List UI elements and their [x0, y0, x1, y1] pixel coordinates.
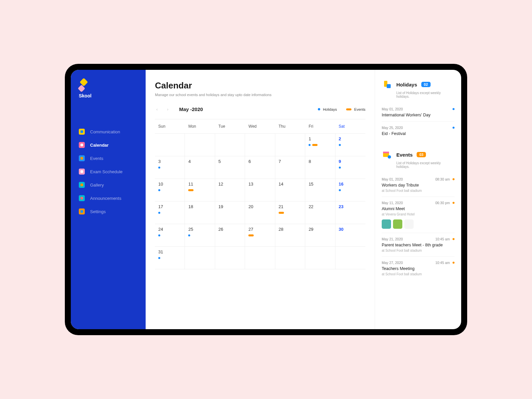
day-markers — [188, 234, 211, 236]
day-number: 16 — [339, 182, 362, 187]
calendar-cell[interactable]: 10 — [155, 179, 185, 201]
calendar-cell[interactable]: 11 — [185, 179, 215, 201]
holiday-marker-icon — [158, 167, 160, 169]
calendar-header: ‹ › May -2020 Holidays Events — [155, 106, 365, 112]
calendar-cell — [245, 134, 275, 156]
dow-header: Sat — [335, 119, 365, 134]
holidays-subtitle: List of Holidays except weekly holidays. — [396, 91, 455, 98]
calendar-cell — [185, 134, 215, 156]
holiday-dot-icon — [453, 127, 455, 129]
calendar-cell[interactable]: 19 — [215, 201, 245, 224]
day-number: 8 — [309, 159, 332, 164]
day-number: 31 — [158, 249, 181, 254]
calendar-cell[interactable]: 26 — [215, 224, 245, 247]
holiday-item[interactable]: May 25, 2020Eid - Festival — [382, 122, 455, 140]
calendar-cell[interactable]: 2 — [335, 134, 365, 156]
svg-rect-3 — [383, 152, 389, 153]
sidebar-item-exam-scchedule[interactable]: Exam Scchedule — [71, 165, 146, 178]
event-date: May 21, 2020 — [382, 237, 403, 241]
dow-header: Fri — [305, 119, 335, 134]
dow-header: Mon — [185, 119, 215, 134]
calendar-cell[interactable]: 20 — [245, 201, 275, 224]
calendar-cell[interactable]: 12 — [215, 179, 245, 201]
calendar-cell[interactable]: 5 — [215, 156, 245, 179]
calendar-cell[interactable]: 17 — [155, 201, 185, 224]
day-number: 15 — [309, 182, 332, 187]
calendar-cell[interactable]: 15 — [305, 179, 335, 201]
calendar-cell[interactable]: 4 — [185, 156, 215, 179]
event-thumbs — [382, 219, 455, 229]
calendar-cell[interactable]: 23 — [335, 201, 365, 224]
calendar-cell[interactable]: 14 — [275, 179, 305, 201]
day-markers — [339, 167, 362, 169]
logo-icon — [79, 79, 90, 90]
nav-list: CommunicationCalendarEventsExam Scchedul… — [71, 125, 146, 218]
event-title: Workers day Tribute — [382, 183, 455, 188]
holiday-item[interactable]: May 01, 2020International Workers' Day — [382, 103, 455, 122]
event-item[interactable]: May 21, 202010:45 amParent teachers Meet… — [382, 233, 455, 257]
day-number: 17 — [158, 204, 181, 209]
event-dot-icon — [453, 178, 455, 180]
holiday-marker-icon — [188, 234, 190, 236]
calendar-cell[interactable]: 6 — [245, 156, 275, 179]
holiday-date: May 01, 2020 — [382, 107, 403, 111]
day-number: 23 — [339, 204, 362, 209]
holiday-marker-icon — [158, 234, 160, 236]
nav-icon — [79, 195, 85, 201]
event-time: 06:30 pm — [435, 201, 450, 205]
calendar-cell[interactable]: 7 — [275, 156, 305, 179]
calendar-cell[interactable]: 30 — [335, 224, 365, 247]
event-marker-icon — [188, 189, 194, 191]
calendar-grid: SunMonTueWedThuFriSat1234567891011121314… — [155, 119, 365, 269]
calendar-cell[interactable]: 13 — [245, 179, 275, 201]
day-number: 22 — [309, 204, 332, 209]
events-section: Events 03 List of Holidays except weekly… — [382, 149, 455, 280]
holiday-title: International Workers' Day — [382, 113, 455, 117]
calendar-cell[interactable]: 1 — [305, 134, 335, 156]
sidebar-item-calendar[interactable]: Calendar — [71, 138, 146, 152]
event-dot-icon — [453, 238, 455, 240]
calendar-cell[interactable]: 8 — [305, 156, 335, 179]
sidebar-item-settings[interactable]: Settings — [71, 205, 146, 218]
event-dot-icon — [453, 262, 455, 264]
day-number: 5 — [218, 159, 241, 164]
event-marker-icon — [312, 144, 318, 146]
sidebar-item-announcements[interactable]: Announcements — [71, 192, 146, 205]
event-item[interactable]: May 11, 202006:30 pmAlumni Meetat Vevera… — [382, 197, 455, 233]
sidebar-item-gallery[interactable]: Gallery — [71, 178, 146, 192]
calendar-cell[interactable]: 24 — [155, 224, 185, 247]
day-number: 24 — [158, 227, 181, 232]
nav-label: Gallery — [90, 183, 104, 188]
nav-icon — [79, 129, 85, 135]
calendar-cell[interactable]: 16 — [335, 179, 365, 201]
sidebar-item-communication[interactable]: Communication — [71, 125, 146, 138]
calendar-cell[interactable]: 21 — [275, 201, 305, 224]
device-frame: Skool CommunicationCalendarEventsExam Sc… — [65, 64, 467, 335]
calendar-cell[interactable]: 9 — [335, 156, 365, 179]
day-markers — [279, 212, 302, 214]
nav-label: Settings — [90, 209, 106, 214]
calendar-cell[interactable]: 18 — [185, 201, 215, 224]
prev-month-button[interactable]: ‹ — [155, 106, 159, 112]
holiday-marker-icon — [158, 189, 160, 191]
event-dot-icon — [453, 202, 455, 204]
calendar-cell[interactable]: 25 — [185, 224, 215, 247]
calendar-cell[interactable]: 29 — [305, 224, 335, 247]
calendar-cell[interactable]: 28 — [275, 224, 305, 247]
holidays-list: May 01, 2020International Workers' DayMa… — [382, 103, 455, 140]
next-month-button[interactable]: › — [166, 106, 170, 112]
calendar-cell — [155, 134, 185, 156]
calendar-cell[interactable]: 27 — [245, 224, 275, 247]
holiday-marker-icon — [339, 167, 341, 169]
calendar-cell[interactable]: 31 — [155, 247, 185, 269]
event-item[interactable]: May 01, 202008:30 amWorkers day Tributea… — [382, 173, 455, 197]
day-number: 9 — [339, 159, 362, 164]
day-number: 12 — [218, 182, 241, 187]
calendar-cell[interactable]: 3 — [155, 156, 185, 179]
day-number: 13 — [248, 182, 271, 187]
holiday-title: Eid - Festival — [382, 131, 455, 136]
day-markers — [339, 144, 362, 146]
event-item[interactable]: May 27, 202010:45 amTeachers Meetingat S… — [382, 257, 455, 280]
sidebar-item-events[interactable]: Events — [71, 152, 146, 165]
calendar-cell[interactable]: 22 — [305, 201, 335, 224]
